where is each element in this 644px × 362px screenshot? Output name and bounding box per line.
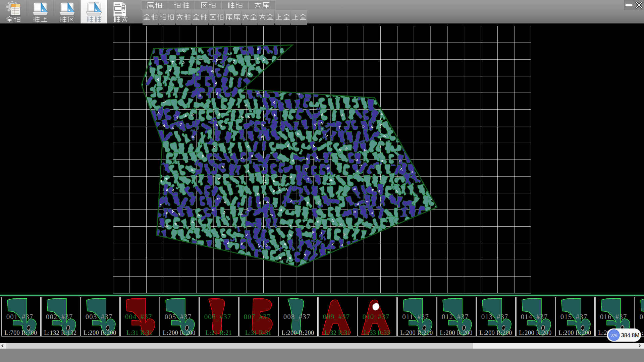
svg-text:38%: 38% <box>610 334 617 337</box>
svg-text:016_#37: 016_#37 <box>600 313 627 321</box>
svg-text:001_#37: 001_#37 <box>6 313 34 321</box>
svg-text:L:200 R:200: L:200 R:200 <box>519 329 551 336</box>
svg-text:013_#37: 013_#37 <box>481 313 508 321</box>
svg-text:L:21 R:21: L:21 R:21 <box>206 329 232 336</box>
svg-text:L:200 R:200: L:200 R:200 <box>440 329 472 336</box>
svg-text:L:200 R:200: L:200 R:200 <box>558 329 591 336</box>
svg-text:011_#37: 011_#37 <box>402 313 429 321</box>
svg-text:L:200 R:200: L:200 R:200 <box>479 329 512 336</box>
svg-text:004_#37: 004_#37 <box>125 313 152 321</box>
svg-text:007_#37: 007_#37 <box>244 313 271 321</box>
svg-text:003_#37: 003_#37 <box>86 313 113 321</box>
svg-text:L:200 R:200: L:200 R:200 <box>400 329 433 336</box>
svg-text:L:132 R:132: L:132 R:132 <box>44 329 76 336</box>
svg-text:L:33 R:33: L:33 R:33 <box>364 329 390 336</box>
svg-text:L:200 R:200: L:200 R:200 <box>281 329 314 336</box>
svg-text:L:200 R:200: L:200 R:200 <box>163 329 195 336</box>
svg-text:L:700 R:700: L:700 R:700 <box>4 329 37 336</box>
svg-text:L:200 R:200: L:200 R:200 <box>84 329 116 336</box>
svg-text:L:31 R:31: L:31 R:31 <box>245 329 271 336</box>
svg-text:008_#37: 008_#37 <box>283 313 311 321</box>
svg-text:017_#37: 017_#37 <box>640 313 644 321</box>
svg-text:012_#37: 012_#37 <box>442 313 469 321</box>
svg-text:384.8M: 384.8M <box>621 332 640 338</box>
svg-text:005_#37: 005_#37 <box>165 313 192 321</box>
svg-text:014_#37: 014_#37 <box>521 313 548 321</box>
svg-text:009_#37: 009_#37 <box>323 313 350 321</box>
svg-text:L:32 R:31: L:32 R:31 <box>324 329 351 336</box>
svg-text:002_#37: 002_#37 <box>46 313 73 321</box>
svg-text:006_#37: 006_#37 <box>204 313 231 321</box>
svg-text:010_#37: 010_#37 <box>363 313 390 321</box>
svg-text:015_#37: 015_#37 <box>560 313 588 321</box>
svg-text:L:31 R:31: L:31 R:31 <box>126 329 153 336</box>
